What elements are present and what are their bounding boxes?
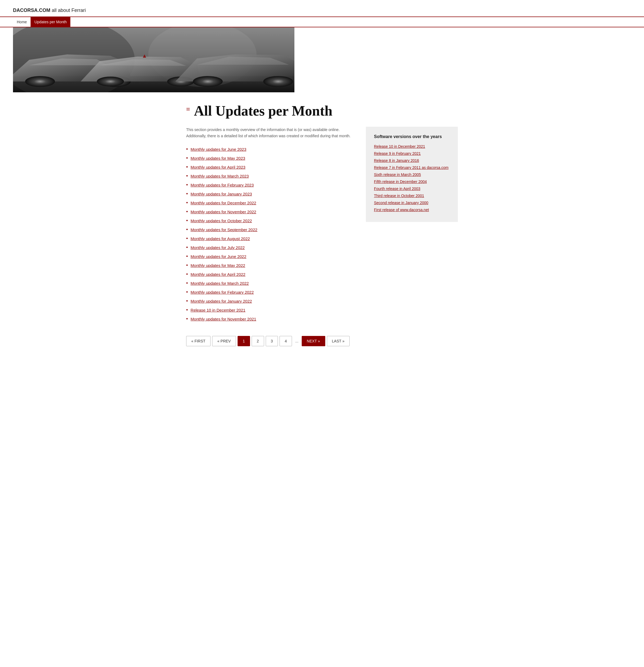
page-title: All Updates per Month <box>194 103 333 118</box>
sidebar-item-link[interactable]: Release 8 in January 2016 <box>374 158 419 163</box>
list-item: Monthly updates for February 2022 <box>186 289 355 295</box>
list-item-link[interactable]: Monthly updates for July 2022 <box>191 245 245 250</box>
list-item-link[interactable]: Monthly updates for January 2023 <box>191 192 252 196</box>
list-item-link[interactable]: Monthly updates for November 2022 <box>191 210 256 214</box>
title-icon: ≡ <box>186 106 190 113</box>
list-item-link[interactable]: Monthly updates for April 2022 <box>191 272 245 277</box>
list-item: Monthly updates for March 2022 <box>186 280 355 286</box>
svg-point-8 <box>193 76 223 87</box>
main-content: This section provides a monthly overview… <box>186 127 355 325</box>
sidebar-item-link[interactable]: Second release in January 2000 <box>374 200 428 205</box>
list-item-link[interactable]: Release 10 in December 2021 <box>191 308 245 312</box>
intro-text: This section provides a monthly overview… <box>186 127 355 139</box>
sidebar-list-item: Second release in January 2000 <box>374 200 450 205</box>
sidebar-item-link[interactable]: Release 9 in February 2021 <box>374 151 421 156</box>
list-item: Monthly updates for May 2022 <box>186 263 355 268</box>
pagination: « FIRST « PREV 1 2 3 4 ... NEXT » LAST » <box>186 336 458 346</box>
list-item: Monthly updates for November 2021 <box>186 316 355 322</box>
list-item-link[interactable]: Monthly updates for May 2023 <box>191 156 245 161</box>
page-4-button[interactable]: 4 <box>280 336 292 346</box>
sidebar-item-link[interactable]: Release 7 in February 2011 as dacorsa.co… <box>374 165 448 170</box>
hero-image <box>13 27 294 92</box>
nav-updates[interactable]: Updates per Month <box>31 17 70 27</box>
sidebar-item-link[interactable]: Fifth release in December 2004 <box>374 179 427 184</box>
logo-brand: DACORSA.COM <box>13 7 50 13</box>
sidebar-item-link[interactable]: First release of www.dacorsa.net <box>374 208 429 212</box>
sidebar: Software versions over the years Release… <box>366 127 458 222</box>
list-item-link[interactable]: Monthly updates for March 2023 <box>191 174 249 178</box>
list-item-link[interactable]: Monthly updates for March 2022 <box>191 281 249 286</box>
list-item: Monthly updates for June 2022 <box>186 254 355 259</box>
nav-home[interactable]: Home <box>13 17 31 27</box>
svg-point-9 <box>263 76 293 87</box>
site-logo: DACORSA.COM all about Ferrari <box>13 7 631 13</box>
list-item-link[interactable]: Monthly updates for August 2022 <box>191 236 250 241</box>
list-item: Monthly updates for January 2022 <box>186 298 355 304</box>
list-item-link[interactable]: Monthly updates for February 2022 <box>191 290 253 294</box>
list-item-link[interactable]: Monthly updates for December 2022 <box>191 200 256 205</box>
list-item-link[interactable]: Monthly updates for October 2022 <box>191 218 252 223</box>
list-item-link[interactable]: Monthly updates for February 2023 <box>191 183 253 187</box>
page-2-button[interactable]: 2 <box>252 336 264 346</box>
list-item-link[interactable]: Monthly updates for June 2022 <box>191 254 246 259</box>
sidebar-list-item: Release 10 in December 2021 <box>374 144 450 149</box>
site-header: DACORSA.COM all about Ferrari <box>0 0 644 17</box>
site-nav: Home Updates per Month <box>0 17 644 27</box>
list-item: Monthly updates for May 2023 <box>186 156 355 161</box>
intro-line2: Additionally, there is a detailed list o… <box>186 134 351 138</box>
sidebar-list-item: Third release in October 2001 <box>374 193 450 198</box>
sidebar-list-item: Release 9 in February 2021 <box>374 151 450 156</box>
page-dots: ... <box>294 339 300 343</box>
sidebar-list-item: Sixth release in March 2005 <box>374 172 450 177</box>
list-item-link[interactable]: Monthly updates for November 2021 <box>191 317 256 321</box>
page-1-button[interactable]: 1 <box>237 336 250 346</box>
prev-button[interactable]: « PREV <box>212 336 236 346</box>
sidebar-list-item: Fifth release in December 2004 <box>374 179 450 184</box>
sidebar-list-item: First release of www.dacorsa.net <box>374 207 450 212</box>
list-item-link[interactable]: Monthly updates for May 2022 <box>191 263 245 268</box>
list-item: Monthly updates for March 2023 <box>186 173 355 179</box>
list-item: Monthly updates for November 2022 <box>186 209 355 215</box>
hero-container <box>0 27 644 92</box>
sidebar-list-item: Release 7 in February 2011 as dacorsa.co… <box>374 165 450 170</box>
list-item-link[interactable]: Monthly updates for September 2022 <box>191 227 257 232</box>
list-item: Monthly updates for April 2023 <box>186 164 355 170</box>
sidebar-list: Release 10 in December 2021Release 9 in … <box>374 144 450 212</box>
list-item: Monthly updates for December 2022 <box>186 200 355 206</box>
list-item: Monthly updates for April 2022 <box>186 272 355 277</box>
list-item: Monthly updates for January 2023 <box>186 191 355 197</box>
list-item: Monthly updates for June 2023 <box>186 146 355 152</box>
sidebar-item-link[interactable]: Release 10 in December 2021 <box>374 144 425 149</box>
next-button[interactable]: NEXT » <box>302 336 325 346</box>
sidebar-item-link[interactable]: Fourth release in April 2003 <box>374 186 420 191</box>
page-title-area: ≡ All Updates per Month <box>186 103 458 118</box>
intro-line1: This section provides a monthly overview… <box>186 128 340 132</box>
list-item-link[interactable]: Monthly updates for January 2022 <box>191 299 252 304</box>
list-item: Release 10 in December 2021 <box>186 307 355 313</box>
sidebar-list-item: Fourth release in April 2003 <box>374 186 450 191</box>
sidebar-item-link[interactable]: Third release in October 2001 <box>374 194 424 198</box>
sidebar-item-link[interactable]: Sixth release in March 2005 <box>374 173 421 177</box>
list-item: Monthly updates for October 2022 <box>186 218 355 224</box>
content-area: This section provides a monthly overview… <box>186 127 458 325</box>
logo-tagline: all about Ferrari <box>50 7 86 13</box>
last-button[interactable]: LAST » <box>327 336 350 346</box>
page-3-button[interactable]: 3 <box>266 336 278 346</box>
first-button[interactable]: « FIRST <box>186 336 211 346</box>
list-item: Monthly updates for February 2023 <box>186 182 355 188</box>
sidebar-title: Software versions over the years <box>374 134 450 139</box>
updates-list: Monthly updates for June 2023Monthly upd… <box>186 146 355 322</box>
list-item-link[interactable]: Monthly updates for June 2023 <box>191 147 246 151</box>
list-item-link[interactable]: Monthly updates for April 2023 <box>191 165 245 169</box>
sidebar-list-item: Release 8 in January 2016 <box>374 158 450 163</box>
main-wrapper: ≡ All Updates per Month This section pro… <box>173 103 471 346</box>
list-item: Monthly updates for August 2022 <box>186 236 355 242</box>
svg-point-4 <box>25 76 55 87</box>
list-item: Monthly updates for July 2022 <box>186 245 355 250</box>
svg-point-6 <box>97 77 124 86</box>
list-item: Monthly updates for September 2022 <box>186 227 355 232</box>
